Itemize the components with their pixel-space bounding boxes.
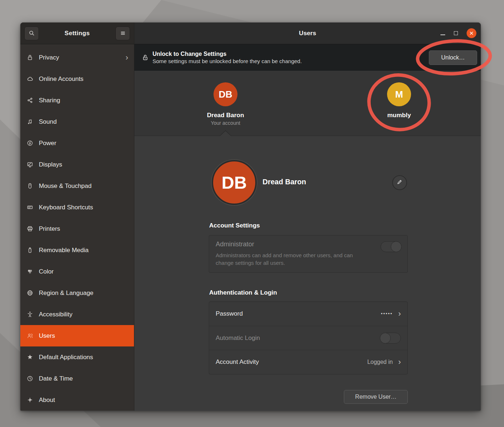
avatar: DB: [212, 160, 257, 205]
lock-icon: [142, 54, 149, 61]
user-detail: DB Dread Baron Account Settings Administ…: [134, 136, 481, 411]
keyboard-icon: [26, 204, 33, 211]
edit-avatar-button[interactable]: [392, 175, 407, 190]
sidebar-item-power[interactable]: Power: [20, 132, 134, 154]
clock-icon: [26, 375, 33, 382]
sidebar-item-sound[interactable]: Sound: [20, 111, 134, 132]
window-controls: ✕: [440, 28, 481, 38]
menu-button[interactable]: [115, 26, 130, 40]
close-icon[interactable]: ✕: [467, 28, 476, 38]
printer-icon: [26, 225, 33, 233]
minimize-icon[interactable]: [440, 34, 445, 35]
sidebar-item-sharing[interactable]: Sharing: [20, 90, 134, 111]
sidebar-item-accessibility[interactable]: Accessibility: [20, 304, 134, 325]
music-note-icon: [26, 118, 33, 126]
search-button[interactable]: [24, 26, 39, 40]
remove-user-button[interactable]: Remove User…: [344, 390, 408, 404]
sidebar-header: Settings: [20, 22, 134, 44]
authentication-card: Password ••••• › Automatic Login Account…: [209, 301, 408, 374]
user-mumbly[interactable]: M mumbly: [387, 82, 411, 119]
sidebar: Settings Privacy › Online Accounts: [20, 22, 134, 411]
sidebar-item-color[interactable]: Color: [20, 261, 134, 282]
sidebar-item-online-accounts[interactable]: Online Accounts: [20, 68, 134, 90]
maximize-icon[interactable]: [454, 31, 458, 35]
sidebar-item-date-time[interactable]: Date & Time: [20, 368, 134, 389]
administrator-label: Administrator: [216, 241, 401, 248]
sidebar-item-printers[interactable]: Printers: [20, 218, 134, 239]
banner-subtitle: Some settings must be unlocked before th…: [153, 58, 302, 64]
sidebar-item-displays[interactable]: Displays: [20, 154, 134, 175]
monitor-icon: [26, 161, 33, 168]
settings-window: Settings Privacy › Online Accounts: [20, 22, 481, 411]
sidebar-item-removable-media[interactable]: Removable Media: [20, 239, 134, 261]
accessibility-icon: [26, 311, 33, 318]
chevron-right-icon: ›: [126, 54, 128, 62]
section-heading-authentication: Authentication & Login: [209, 289, 277, 296]
selected-user-caret: [220, 131, 231, 136]
account-activity-row[interactable]: Account Activity Logged in ›: [209, 350, 407, 374]
hamburger-menu-icon: [119, 30, 126, 37]
share-icon: [26, 97, 33, 104]
sidebar-title: Settings: [39, 30, 115, 37]
star-icon: [26, 354, 33, 361]
users-icon: [26, 332, 33, 340]
banner-text: Unlock to Change Settings Some settings …: [153, 51, 302, 64]
sparkle-icon: [26, 397, 33, 404]
banner-title: Unlock to Change Settings: [153, 51, 302, 57]
sidebar-item-users[interactable]: Users: [20, 325, 134, 346]
color-circles-icon: [26, 268, 33, 275]
unlock-banner: Unlock to Change Settings Some settings …: [134, 44, 481, 71]
administrator-card: Administrator Administrators can add and…: [209, 235, 408, 273]
avatar: M: [387, 82, 411, 106]
page-title: Users: [134, 30, 481, 37]
account-activity-value: Logged in: [367, 359, 393, 365]
password-dots: •••••: [381, 311, 393, 316]
mouse-icon: [26, 182, 33, 190]
sidebar-list: Privacy › Online Accounts Sharing So: [20, 44, 134, 411]
administrator-description: Administrators can add and remove other …: [216, 251, 372, 267]
chevron-right-icon: ›: [398, 310, 401, 318]
sidebar-item-mouse-touchpad[interactable]: Mouse & Touchpad: [20, 175, 134, 197]
cloud-icon: [26, 75, 33, 83]
profile-name: Dread Baron: [263, 178, 306, 186]
sidebar-item-default-applications[interactable]: Default Applications: [20, 346, 134, 368]
password-row[interactable]: Password ••••• ›: [209, 302, 407, 326]
main-panel: Users ✕ Unlock to Change Settings Some s…: [134, 22, 481, 411]
main-headerbar: Users ✕: [134, 22, 481, 44]
lock-icon: [26, 54, 33, 61]
sidebar-item-keyboard-shortcuts[interactable]: Keyboard Shortcuts: [20, 197, 134, 218]
automatic-login-row: Automatic Login: [209, 326, 407, 350]
sidebar-item-region-language[interactable]: Region & Language: [20, 282, 134, 304]
pencil-icon: [397, 179, 403, 186]
globe-icon: [26, 290, 33, 297]
automatic-login-toggle: [380, 333, 401, 344]
power-icon: [26, 140, 33, 147]
user-carousel: DB Dread Baron Your account M mumbly: [134, 71, 481, 136]
usb-drive-icon: [26, 247, 33, 254]
avatar: DB: [214, 82, 237, 106]
sidebar-item-privacy[interactable]: Privacy ›: [20, 47, 134, 68]
user-dread-baron[interactable]: DB Dread Baron Your account: [207, 82, 244, 126]
section-heading-account-settings: Account Settings: [209, 222, 260, 229]
administrator-toggle: [381, 241, 402, 252]
sidebar-item-about[interactable]: About: [20, 389, 134, 411]
chevron-right-icon: ›: [398, 358, 401, 366]
unlock-button[interactable]: Unlock…: [429, 50, 477, 65]
search-icon: [28, 30, 35, 37]
